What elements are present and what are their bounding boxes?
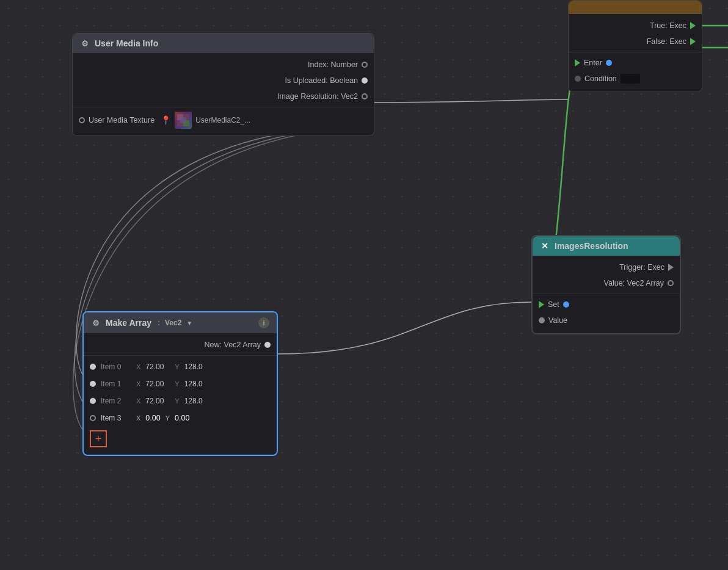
port-row-enter: Enter [569, 55, 702, 71]
user-media-info-node: ⚙ User Media Info Index: Number Is Uploa… [72, 33, 374, 136]
value-left-label: Value [548, 316, 567, 325]
value-vec2-dot [668, 280, 674, 286]
user-media-info-title: User Media Info [95, 38, 158, 48]
item-row-2: Item 2 X 72.00 Y 128.0 [84, 392, 277, 409]
add-item-button[interactable]: + [90, 430, 107, 447]
enter-exec-triangle [575, 59, 580, 67]
item0-y-val: 128.0 [184, 363, 209, 371]
branch-node-body: True: Exec False: Exec Enter Condition [569, 14, 702, 92]
item2-x-label: X [136, 397, 140, 405]
item1-y-label: Y [175, 380, 179, 388]
texture-pin-icon: 📍 [161, 115, 171, 125]
condition-value-box [621, 74, 640, 84]
images-resolution-title: ImagesResolution [555, 241, 628, 251]
false-exec-triangle [690, 38, 696, 45]
enter-label: Enter [584, 59, 602, 67]
info-badge[interactable]: i [258, 317, 269, 328]
divider3 [533, 294, 680, 294]
item3-x-val[interactable]: 0.00 [145, 414, 160, 422]
item1-y-val: 128.0 [184, 380, 209, 388]
make-array-title: Make Array [106, 318, 151, 328]
true-exec-triangle [690, 22, 696, 29]
false-exec-label: False: Exec [647, 37, 686, 46]
port-row-false-exec: False: Exec [569, 34, 702, 49]
true-exec-label: True: Exec [650, 21, 686, 30]
divider4 [84, 355, 277, 356]
item0-x-val: 72.00 [145, 363, 170, 371]
image-res-dot [362, 93, 368, 99]
item1-x-val: 72.00 [145, 380, 170, 388]
index-label: Index: Number [308, 60, 358, 69]
item-row-3: Item 3 X 0.00 Y 0.00 [84, 409, 277, 427]
condition-label: Condition [584, 74, 617, 83]
images-resolution-header: ✕ ImagesResolution [533, 236, 680, 256]
image-res-label: Image Resolution: Vec2 [277, 92, 358, 101]
item2-y-val: 128.0 [184, 397, 209, 405]
make-array-node: ⚙ Make Array : Vec2 ▼ i New: Vec2 Array … [82, 311, 278, 456]
branch-node: True: Exec False: Exec Enter Condition [568, 0, 702, 92]
index-dot [362, 62, 368, 68]
divider [569, 52, 702, 52]
x-icon: ✕ [540, 241, 550, 251]
port-row-index: Index: Number [73, 57, 374, 73]
port-row-value-vec2: Value: Vec2 Array [533, 275, 680, 291]
port-row-image-res: Image Resolution: Vec2 [73, 88, 374, 104]
make-array-body: New: Vec2 Array Item 0 X 72.00 Y 128.0 I… [84, 333, 277, 455]
user-media-info-body: Index: Number Is Uploaded: Boolean Image… [73, 53, 374, 135]
make-array-gear-icon: ⚙ [91, 318, 101, 328]
item3-y-label: Y [166, 414, 170, 422]
divider2 [73, 107, 374, 107]
new-vec2-dot [264, 342, 271, 348]
gear-icon: ⚙ [80, 38, 90, 48]
make-array-dropdown-arrow[interactable]: ▼ [186, 320, 192, 326]
item-row-0: Item 0 X 72.00 Y 128.0 [84, 358, 277, 375]
branch-node-header-partial [569, 1, 702, 14]
port-row-condition: Condition [569, 71, 702, 87]
port-row-true-exec: True: Exec [569, 18, 702, 34]
make-array-colon: : [158, 319, 160, 327]
item1-label: Item 1 [101, 380, 131, 388]
make-array-type: Vec2 [165, 319, 181, 327]
port-row-texture: User Media Texture 📍 UserMediaC2_... [73, 110, 374, 131]
is-uploaded-dot [362, 78, 368, 84]
svg-rect-3 [180, 117, 186, 123]
item0-y-label: Y [175, 363, 179, 370]
item2-label: Item 2 [101, 397, 131, 405]
texture-name-label: UserMediaC2_... [195, 116, 250, 124]
port-row-new-vec2-array: New: Vec2 Array [84, 337, 277, 353]
value-left-dot [539, 317, 545, 323]
make-array-header: ⚙ Make Array : Vec2 ▼ i [84, 312, 277, 333]
texture-thumbnail [175, 112, 192, 129]
set-exec-tri [539, 301, 544, 308]
texture-thumb-svg [177, 114, 189, 126]
item2-y-label: Y [175, 397, 179, 405]
condition-dot [575, 76, 581, 82]
item3-dot [90, 415, 96, 421]
texture-label: User Media Texture [89, 116, 155, 124]
item3-label: Item 3 [101, 414, 131, 422]
port-row-is-uploaded: Is Uploaded: Boolean [73, 73, 374, 88]
port-row-set: Set [533, 297, 680, 312]
item0-dot [90, 364, 96, 370]
port-row-value-left: Value [533, 312, 680, 328]
texture-left-dot [79, 117, 85, 123]
item0-label: Item 0 [101, 363, 131, 371]
new-vec2-label: New: Vec2 Array [205, 341, 261, 349]
port-row-trigger: Trigger: Exec [533, 259, 680, 275]
set-label: Set [548, 300, 559, 309]
user-media-info-header: ⚙ User Media Info [73, 34, 374, 53]
item3-y-val[interactable]: 0.00 [175, 414, 189, 422]
trigger-label: Trigger: Exec [619, 263, 664, 272]
item3-x-label: X [136, 414, 140, 422]
enter-dot [606, 60, 612, 66]
set-dot [563, 301, 569, 308]
item-row-1: Item 1 X 72.00 Y 128.0 [84, 375, 277, 392]
is-uploaded-label: Is Uploaded: Boolean [285, 76, 358, 85]
item2-dot [90, 398, 96, 404]
images-resolution-node: ✕ ImagesResolution Trigger: Exec Value: … [531, 235, 681, 334]
images-resolution-body: Trigger: Exec Value: Vec2 Array Set Valu… [533, 256, 680, 333]
item1-dot [90, 381, 96, 387]
value-vec2-label: Value: Vec2 Array [604, 279, 664, 287]
item0-x-label: X [136, 363, 140, 370]
item2-x-val: 72.00 [145, 397, 170, 405]
